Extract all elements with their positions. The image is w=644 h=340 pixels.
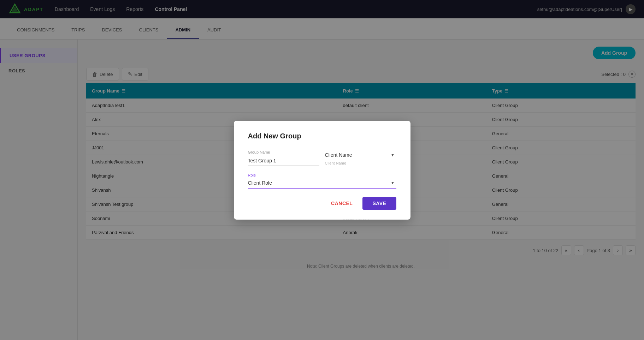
modal-overlay: Add New Group Group Name Client Name ▼ C… xyxy=(0,0,644,340)
add-group-modal: Add New Group Group Name Client Name ▼ C… xyxy=(234,121,410,220)
client-name-select-wrapper: Client Name ▼ xyxy=(325,150,396,160)
role-label: Role xyxy=(248,173,256,177)
client-name-field: Client Name ▼ Client Name xyxy=(325,150,396,166)
role-select[interactable]: Client Role xyxy=(248,178,396,188)
modal-actions: CANCEL SAVE xyxy=(248,197,396,210)
group-name-label: Group Name xyxy=(248,150,319,154)
modal-title: Add New Group xyxy=(248,132,396,140)
group-name-field: Group Name xyxy=(248,150,319,166)
cancel-button[interactable]: CANCEL xyxy=(327,197,357,210)
modal-form-row-1: Group Name Client Name ▼ Client Name xyxy=(248,150,396,166)
client-name-select[interactable]: Client Name xyxy=(325,150,396,160)
role-field: Role Client Role ▼ xyxy=(248,172,396,189)
client-name-placeholder-text: Client Name xyxy=(325,161,396,165)
save-button[interactable]: SAVE xyxy=(362,197,396,210)
role-select-wrapper: Client Role ▼ xyxy=(248,178,396,189)
group-name-input[interactable] xyxy=(248,156,319,166)
